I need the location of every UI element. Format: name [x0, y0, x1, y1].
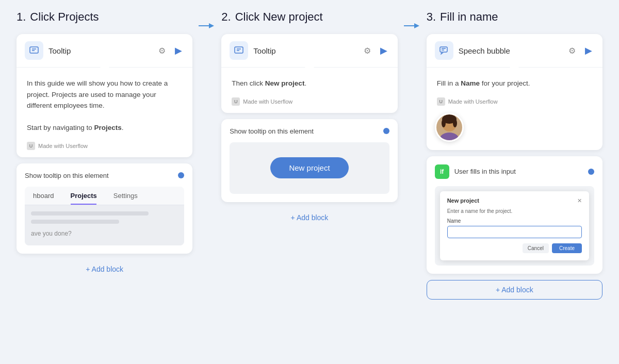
avatar-section	[427, 113, 602, 150]
nav-line-2	[31, 220, 119, 224]
step-1-header: 1. Click Projects	[17, 10, 192, 28]
step-2-tooltip-icon	[230, 41, 248, 60]
step-2-header: 2. Click New project	[221, 10, 397, 28]
step-1-add-block-button[interactable]: + Add block	[17, 260, 192, 278]
step-2-show-tooltip-section: Show tooltip on this element New project	[221, 119, 397, 202]
svg-marker-9	[414, 23, 419, 28]
modal-close-button[interactable]: ✕	[577, 197, 582, 204]
main-container: 1. Click Projects Tooltip ⚙ ▶	[10, 10, 609, 300]
arrow-1-2	[199, 10, 215, 32]
new-project-button[interactable]: New project	[270, 157, 348, 178]
svg-rect-0	[30, 47, 38, 53]
step-1-number: 1.	[17, 10, 26, 24]
nav-tab-dashboard[interactable]: hboard	[25, 187, 62, 205]
step-3-bubble-content: Fill in a Name for your project. U Made …	[427, 68, 602, 113]
speech-bubble-icon	[435, 41, 453, 60]
step-2-blue-dot	[383, 128, 389, 134]
step-1-blue-dot	[178, 172, 184, 178]
arrow-2-3	[404, 10, 420, 32]
modal-confirm-button[interactable]: Create	[552, 243, 582, 253]
step-2-column: 2. Click New project Tooltip ⚙ ▶	[215, 10, 403, 227]
step-1-title: Click Projects	[30, 10, 99, 24]
new-project-preview: New project	[230, 142, 389, 194]
step-2-gear-button[interactable]: ⚙	[362, 44, 373, 58]
step-1-nav-content: ave you done?	[25, 205, 184, 245]
step-1-column: 1. Click Projects Tooltip ⚙ ▶	[10, 10, 199, 278]
step-3-header: 3. Fill in name	[427, 10, 602, 28]
step-2-number: 2.	[221, 10, 231, 24]
avatar	[435, 113, 464, 142]
step-3-add-block-button[interactable]: + Add block	[427, 280, 602, 300]
nav-tab-projects[interactable]: Projects	[62, 187, 105, 205]
nav-tab-settings[interactable]: Settings	[105, 187, 146, 205]
step-3-blue-dot	[588, 169, 594, 175]
step-2-userflow-icon: U	[232, 97, 240, 106]
step-1-show-tooltip-section: Show tooltip on this element hboard Proj…	[17, 163, 192, 254]
step-1-show-tooltip-header: Show tooltip on this element	[25, 172, 184, 179]
svg-rect-10	[440, 47, 447, 52]
tooltip-icon	[25, 41, 43, 60]
modal-cancel-button[interactable]: Cancel	[523, 243, 549, 253]
modal-input-label: Name	[447, 218, 582, 224]
step-2-made-with: U Made with Userflow	[232, 97, 387, 106]
step-1-nav-tabs: hboard Projects Settings	[25, 187, 184, 205]
if-label-group: if User fills in this input	[435, 164, 516, 179]
step-3-speech-bubble-card: Speech bubble ⚙ ▶ Fill in a Name for you…	[427, 34, 602, 150]
if-icon: if	[435, 164, 449, 179]
if-label: User fills in this input	[454, 168, 516, 175]
step-3-number: 3.	[427, 10, 436, 24]
step-3-if-header: if User fills in this input	[435, 164, 594, 179]
modal-preview: New project ✕ Enter a name for the proje…	[435, 186, 594, 266]
step-2-tooltip-text: Then click New project.	[232, 78, 387, 89]
step-1-tooltip-content: In this guide we will show you how to cr…	[17, 68, 192, 157]
step-2-title: Click New project	[235, 10, 323, 24]
modal-title: New project	[447, 197, 479, 204]
step-3-column: 3. Fill in name Speech bubble ⚙ ▶	[420, 10, 609, 300]
step-1-made-with: U Made with Userflow	[27, 142, 182, 150]
step-2-tooltip-card: Tooltip ⚙ ▶ Then click New project. U Ma…	[221, 34, 397, 113]
step-1-tooltip-text: In this guide we will show you how to cr…	[27, 78, 182, 134]
modal-titlebar: New project ✕	[447, 197, 582, 204]
step-3-gear-button[interactable]: ⚙	[566, 44, 578, 58]
step-1-card-actions: ⚙ ▶	[156, 43, 184, 58]
svg-rect-5	[235, 47, 243, 53]
svg-point-16	[442, 119, 446, 127]
step-2-play-button[interactable]: ▶	[378, 43, 389, 58]
modal-footer: Cancel Create	[447, 243, 582, 253]
step-2-show-tooltip-label: Show tooltip on this element	[230, 127, 314, 135]
nav-line-1	[31, 211, 149, 216]
step-2-tooltip-content: Then click New project. U Made with User…	[221, 68, 397, 113]
step-2-show-tooltip-header: Show tooltip on this element	[230, 127, 389, 135]
step-3-bubble-text: Fill in a Name for your project.	[437, 78, 592, 89]
svg-point-13	[440, 133, 459, 142]
step-3-card-actions: ⚙ ▶	[566, 43, 594, 58]
svg-marker-4	[209, 23, 214, 28]
step-1-card-title: Tooltip	[48, 46, 151, 55]
step-1-tooltip-card: Tooltip ⚙ ▶ In this guide we will show y…	[17, 34, 192, 157]
step-3-if-card: if User fills in this input New project …	[427, 156, 602, 274]
step-1-play-button[interactable]: ▶	[173, 43, 184, 58]
step-3-card-title: Speech bubble	[459, 46, 561, 55]
step-3-title: Fill in name	[440, 10, 498, 24]
svg-point-17	[453, 119, 457, 127]
step-2-card-title: Tooltip	[253, 46, 356, 55]
modal-subtitle: Enter a name for the project.	[447, 208, 582, 214]
step-3-userflow-icon: U	[437, 97, 445, 106]
step-3-made-with: U Made with Userflow	[437, 97, 592, 106]
step-1-nav-preview: hboard Projects Settings ave you done?	[25, 187, 184, 245]
modal-window: New project ✕ Enter a name for the proje…	[440, 191, 589, 260]
step-2-add-block-button[interactable]: + Add block	[221, 208, 397, 227]
nav-content-text: ave you done?	[31, 228, 178, 239]
modal-name-input[interactable]	[447, 226, 582, 238]
step-3-play-button[interactable]: ▶	[583, 43, 594, 58]
step-1-gear-button[interactable]: ⚙	[156, 44, 168, 58]
userflow-icon: U	[27, 142, 35, 150]
step-2-card-actions: ⚙ ▶	[362, 43, 389, 58]
step-1-show-tooltip-label: Show tooltip on this element	[25, 172, 109, 179]
